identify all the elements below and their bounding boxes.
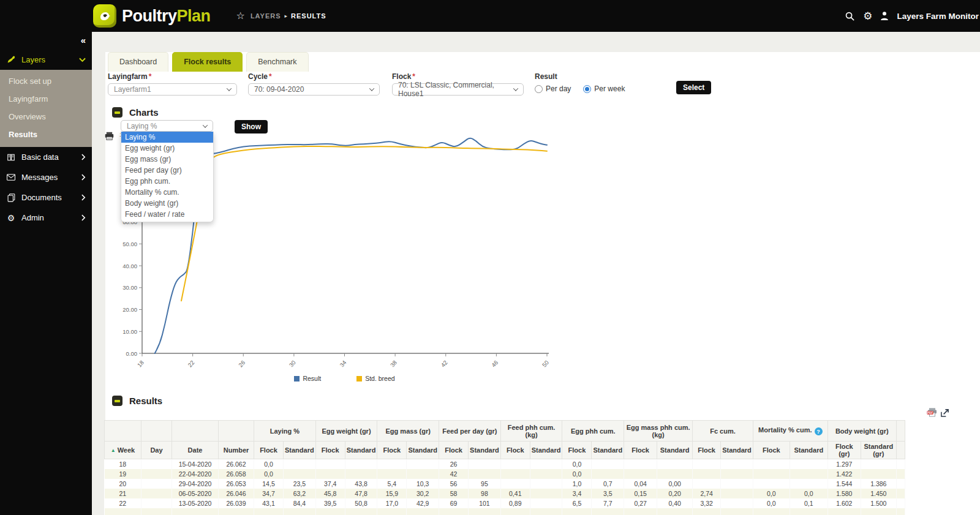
table-cell <box>624 469 657 479</box>
column-header-day-1[interactable]: Day <box>141 442 172 459</box>
table-cell: 47,8 <box>345 489 377 498</box>
table-cell <box>861 459 896 470</box>
table-cell: 1.450 <box>861 489 896 498</box>
table-cell: 56 <box>439 479 469 489</box>
column-header-flock-gr-22[interactable]: Flock (gr) <box>827 442 861 459</box>
layingfarm-field: Layingfarm* Layerfarm1 <box>108 72 237 96</box>
search-icon[interactable] <box>845 11 855 21</box>
sidebar-item-results[interactable]: Results <box>0 126 92 143</box>
column-header-flock-20[interactable]: Flock <box>753 442 790 459</box>
breadcrumb-arrow-icon: ▸ <box>285 13 288 19</box>
column-header-flock-12[interactable]: Flock <box>500 442 530 459</box>
table-cell <box>861 508 896 515</box>
poultryplan-logo-icon[interactable] <box>93 4 116 28</box>
column-header-standard-19[interactable]: Standard <box>721 442 753 459</box>
gear-icon[interactable]: ⚙ <box>863 11 872 21</box>
top-header: PoultryPlan ☆ LAYERS ▸ RESULTS ⚙ Layers … <box>0 0 980 32</box>
table-cell <box>790 508 827 515</box>
sidebar-item-admin[interactable]: ⚙Admin <box>0 208 92 228</box>
column-header-flock-14[interactable]: Flock <box>562 442 592 459</box>
column-header-standard-11[interactable]: Standard <box>469 442 501 459</box>
svg-text:30.00: 30.00 <box>123 284 137 291</box>
table-cell: 37,4 <box>315 479 345 489</box>
select-button[interactable]: Select <box>676 81 711 94</box>
book-icon <box>6 153 16 162</box>
column-header-standard-9[interactable]: Standard <box>407 442 439 459</box>
column-header-standard-15[interactable]: Standard <box>592 442 624 459</box>
column-header-flock-10[interactable]: Flock <box>439 442 469 459</box>
column-header-flock-8[interactable]: Flock <box>377 442 407 459</box>
sidebar-item-layers[interactable]: Layers <box>0 50 92 70</box>
table-cell-filler <box>896 459 905 470</box>
column-header-flock-16[interactable]: Flock <box>624 442 657 459</box>
dropdown-option-feed-per-day-gr[interactable]: Feed per day (gr) <box>121 165 213 176</box>
person-icon[interactable] <box>880 11 889 21</box>
table-row-week-18: 1815-04-202026.0620,0260,01.297 <box>105 459 905 470</box>
table-cell: 26 <box>439 459 469 470</box>
radio-per-week[interactable]: Per week <box>583 85 625 93</box>
radio-per-day[interactable]: Per day <box>535 85 571 93</box>
sidebar-item-overviews[interactable]: Overviews <box>0 108 92 126</box>
table-cell <box>315 469 345 479</box>
dropdown-option-feed-water-rate[interactable]: Feed / water / rate <box>121 209 213 220</box>
tab-dashboard[interactable]: Dashboard <box>108 52 168 72</box>
column-header-standard-13[interactable]: Standard <box>530 442 562 459</box>
table-cell: 0,0 <box>790 489 827 498</box>
column-header-standard-5[interactable]: Standard <box>284 442 316 459</box>
table-row-week-20: 2029-04-202026.05314,523,537,443,85,410,… <box>105 479 905 489</box>
export-icon[interactable] <box>941 408 949 419</box>
column-header-standard-7[interactable]: Standard <box>345 442 377 459</box>
column-header-standard-17[interactable]: Standard <box>657 442 693 459</box>
sort-asc-icon: ▲ <box>111 448 116 453</box>
column-header-standard-21[interactable]: Standard <box>790 442 827 459</box>
table-cell: 1.422 <box>827 469 861 479</box>
table-cell: 18 <box>105 459 141 470</box>
column-header-week-0[interactable]: ▲Week <box>105 442 141 459</box>
help-icon[interactable]: ? <box>815 427 823 435</box>
sidebar-item-flock-set-up[interactable]: Flock set up <box>0 72 92 90</box>
group-header-mortality-cum: Mortality % cum.? <box>753 421 827 442</box>
column-header-date-2[interactable]: Date <box>172 442 219 459</box>
sidebar-collapse-icon[interactable]: « <box>81 35 86 45</box>
sidebar-item-layingfarm[interactable]: Layingfarm <box>0 90 92 108</box>
column-header-standard-gr-23[interactable]: Standard (gr) <box>861 442 896 459</box>
table-cell <box>377 508 407 515</box>
sidebar-item-basic-data[interactable]: Basic data <box>0 147 92 167</box>
table-cell-filler <box>896 469 905 479</box>
sidebar-item-documents[interactable]: Documents <box>0 187 92 208</box>
chart-metric-select[interactable]: Laying % <box>121 120 213 132</box>
dropdown-option-egg-weight-gr[interactable]: Egg weight (gr) <box>121 143 213 154</box>
legend-item-result[interactable]: Result <box>294 375 321 382</box>
legend-marker <box>356 376 362 382</box>
cycle-select[interactable]: 70: 09-04-2020 <box>248 83 380 96</box>
column-header-number-3[interactable]: Number <box>219 442 254 459</box>
svg-text:50: 50 <box>541 359 550 368</box>
sidebar-item-messages[interactable]: Messages <box>0 167 92 187</box>
column-header-flock-18[interactable]: Flock <box>693 442 721 459</box>
top-band <box>105 32 980 52</box>
dropdown-option-egg-phh-cum[interactable]: Egg phh cum. <box>121 176 213 187</box>
table-cell <box>753 469 790 479</box>
dropdown-option-mortality-cum[interactable]: Mortality % cum. <box>121 187 213 198</box>
user-menu[interactable]: Layers Farm Monitor <box>897 12 979 21</box>
table-cell: 15-04-2020 <box>172 459 219 470</box>
svg-text:0.00: 0.00 <box>126 350 138 357</box>
column-header-flock-4[interactable]: Flock <box>254 442 284 459</box>
svg-text:20.00: 20.00 <box>123 306 137 313</box>
flock-select[interactable]: 70: LSL Classic, Commercial, House1 <box>392 83 524 96</box>
topbar-actions: ⚙ Layers Farm Monitor <box>845 11 980 21</box>
dropdown-option-laying[interactable]: Laying % <box>121 132 213 143</box>
tab-benchmark[interactable]: Benchmark <box>246 52 308 72</box>
star-icon[interactable]: ☆ <box>236 11 245 21</box>
layingfarm-select[interactable]: Layerfarm1 <box>108 83 237 96</box>
pdf-print-icon[interactable]: PDF <box>927 408 938 419</box>
legend-item-std-breed[interactable]: Std. breed <box>356 375 394 382</box>
tab-flock-results[interactable]: Flock results <box>172 52 243 72</box>
dropdown-option-egg-mass-gr[interactable]: Egg mass (gr) <box>121 154 213 165</box>
svg-text:10.00: 10.00 <box>123 328 137 335</box>
breadcrumb-section[interactable]: LAYERS <box>251 12 281 20</box>
table-cell: 0,00 <box>657 479 693 489</box>
column-header-flock-6[interactable]: Flock <box>315 442 345 459</box>
dropdown-option-body-weight-gr[interactable]: Body weight (gr) <box>121 198 213 209</box>
table-cell: 30,2 <box>407 489 439 498</box>
